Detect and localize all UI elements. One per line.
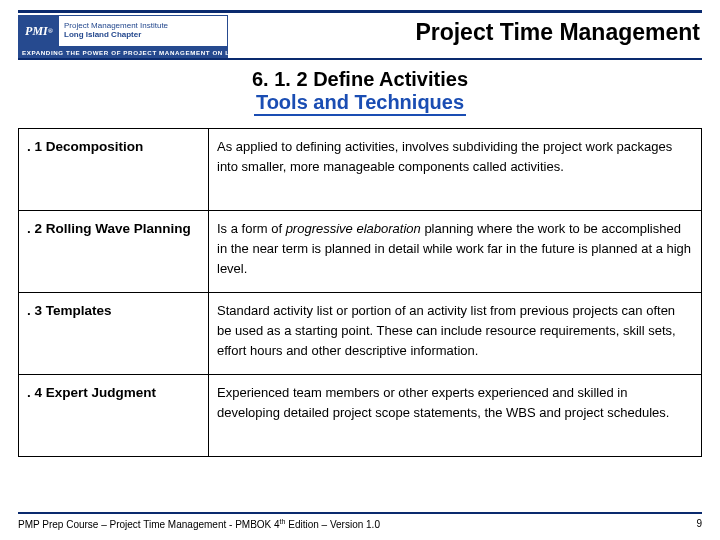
pmi-logo: PMI® Project Management Institute Long I…: [18, 15, 228, 47]
desc-pre: Standard activity list or portion of an …: [217, 303, 676, 358]
subtitle-line2: Tools and Techniques: [254, 91, 466, 116]
table-row: . 1 Decomposition As applied to defining…: [19, 129, 702, 211]
row-index: . 3 Templates: [19, 293, 209, 375]
row-desc: Experienced team members or other expert…: [209, 375, 702, 457]
logo-line2: Long Island Chapter: [64, 31, 227, 40]
page-title: Project Time Management: [228, 15, 702, 46]
table-row: . 2 Rolling Wave Planning Is a form of p…: [19, 211, 702, 293]
top-rule: [18, 10, 702, 13]
logo-text: Project Management Institute Long Island…: [59, 16, 227, 46]
row-index: . 1 Decomposition: [19, 129, 209, 211]
row-index: . 4 Expert Judgment: [19, 375, 209, 457]
subtitle: 6. 1. 2 Define Activities Tools and Tech…: [18, 68, 702, 116]
logo-block: PMI® Project Management Institute Long I…: [18, 15, 228, 58]
footer-left-post: Edition – Version 1.0: [285, 519, 380, 530]
row-desc: Standard activity list or portion of an …: [209, 293, 702, 375]
footer-page: 9: [696, 518, 702, 530]
desc-pre: Is a form of: [217, 221, 286, 236]
logo-reg: ®: [48, 27, 53, 35]
logo-tagline: EXPANDING THE POWER OF PROJECT MANAGEMEN…: [18, 47, 228, 58]
table-row: . 4 Expert Judgment Experienced team mem…: [19, 375, 702, 457]
slide: PMI® Project Management Institute Long I…: [0, 0, 720, 540]
desc-em: progressive elaboration: [286, 221, 421, 236]
footer-left-pre: PMP Prep Course – Project Time Managemen…: [18, 519, 280, 530]
row-desc: Is a form of progressive elaboration pla…: [209, 211, 702, 293]
header: PMI® Project Management Institute Long I…: [18, 15, 702, 60]
logo-abbrev: PMI®: [19, 16, 59, 46]
row-index: . 2 Rolling Wave Planning: [19, 211, 209, 293]
logo-abbrev-text: PMI: [25, 24, 48, 39]
footer: PMP Prep Course – Project Time Managemen…: [18, 512, 702, 530]
row-desc: As applied to defining activities, invol…: [209, 129, 702, 211]
footer-left: PMP Prep Course – Project Time Managemen…: [18, 518, 380, 530]
desc-pre: Experienced team members or other expert…: [217, 385, 669, 420]
desc-pre: As applied to defining activities, invol…: [217, 139, 672, 174]
table-row: . 3 Templates Standard activity list or …: [19, 293, 702, 375]
subtitle-line1: 6. 1. 2 Define Activities: [18, 68, 702, 91]
tools-table: . 1 Decomposition As applied to defining…: [18, 128, 702, 457]
